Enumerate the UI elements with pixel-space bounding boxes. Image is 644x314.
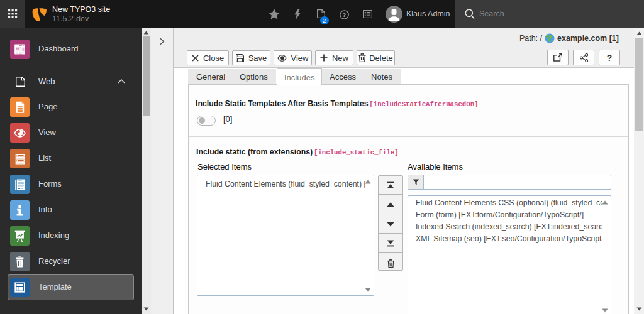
svg-text:?: ?	[343, 11, 347, 18]
